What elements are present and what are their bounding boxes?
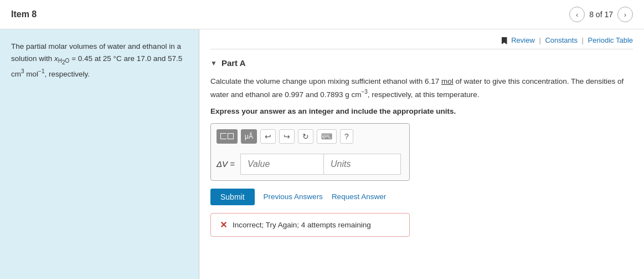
bookmark-icon — [502, 37, 507, 44]
undo-icon: ↩ — [265, 132, 271, 141]
part-a-header[interactable]: ▼ Part A — [210, 58, 633, 68]
question-text: Calculate the volume change upon mixing … — [210, 75, 633, 100]
equation-input-row: ΔV = — [217, 154, 404, 175]
resource-links: Review | Constants | Periodic Table — [210, 29, 633, 49]
value-input[interactable] — [240, 154, 323, 175]
matrix-button[interactable] — [217, 129, 238, 144]
keyboard-icon: ⌨ — [321, 132, 332, 141]
periodic-table-link[interactable]: Periodic Table — [588, 36, 633, 44]
constants-link[interactable]: Constants — [545, 36, 578, 44]
error-icon: ✕ — [220, 220, 227, 230]
item-title: Item 8 — [11, 9, 37, 19]
context-panel: The partial molar volumes of water and e… — [0, 29, 199, 279]
mu-button[interactable]: μÅ — [241, 129, 257, 144]
context-text: The partial molar volumes of water and e… — [11, 40, 188, 80]
nav-count: 8 of 17 — [589, 10, 613, 19]
redo-icon: ↪ — [284, 132, 290, 141]
sep1: | — [539, 36, 543, 44]
redo-button[interactable]: ↪ — [279, 129, 295, 144]
error-message: Incorrect; Try Again; 4 attempts remaini… — [233, 221, 371, 229]
refresh-button[interactable]: ↻ — [298, 129, 313, 144]
keyboard-button[interactable]: ⌨ — [317, 129, 337, 144]
page-header: Item 8 ‹ 8 of 17 › — [0, 0, 644, 29]
submit-button[interactable]: Submit — [210, 189, 255, 205]
review-link[interactable]: Review — [511, 36, 535, 44]
matrix-icon — [220, 133, 234, 139]
delta-v-label: ΔV = — [217, 159, 235, 169]
part-a-label: Part A — [221, 58, 246, 68]
refresh-icon: ↻ — [302, 132, 309, 141]
submit-row: Submit Previous Answers Request Answer — [210, 189, 633, 205]
error-box: ✕ Incorrect; Try Again; 4 attempts remai… — [210, 213, 410, 237]
next-button[interactable]: › — [617, 7, 633, 22]
request-answer-link[interactable]: Request Answer — [332, 192, 386, 201]
equation-input-box: μÅ ↩ ↪ ↻ ⌨ ? ΔV = — [210, 123, 410, 181]
units-input[interactable] — [323, 154, 401, 175]
help-icon: ? — [344, 132, 349, 141]
mu-icon: μÅ — [245, 133, 253, 140]
previous-answers-link[interactable]: Previous Answers — [264, 192, 323, 201]
collapse-arrow-icon[interactable]: ▼ — [210, 59, 217, 67]
question-panel: Review | Constants | Periodic Table ▼ Pa… — [199, 29, 644, 279]
instructions-text: Express your answer as an integer and in… — [210, 107, 633, 115]
equation-toolbar: μÅ ↩ ↪ ↻ ⌨ ? — [217, 129, 404, 148]
main-layout: The partial molar volumes of water and e… — [0, 29, 644, 279]
prev-button[interactable]: ‹ — [569, 7, 585, 22]
navigation: ‹ 8 of 17 › — [569, 7, 633, 22]
help-button[interactable]: ? — [340, 129, 353, 144]
sep2: | — [582, 36, 586, 44]
undo-button[interactable]: ↩ — [260, 129, 276, 144]
